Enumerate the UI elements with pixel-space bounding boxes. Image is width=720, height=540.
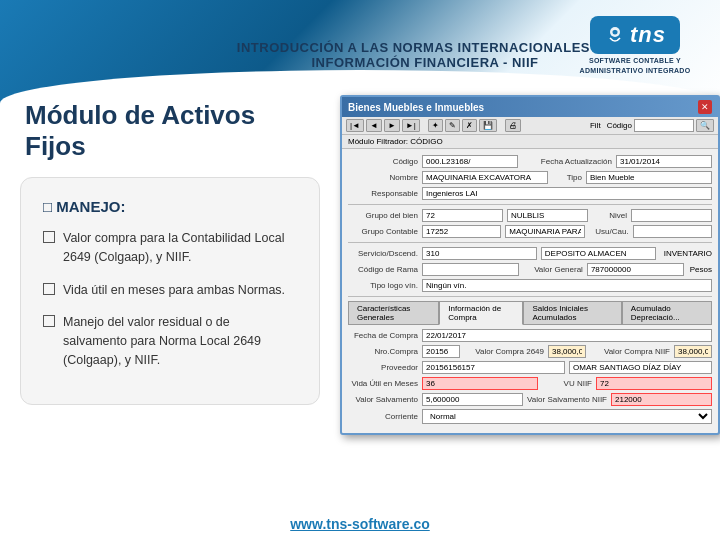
nivel-input[interactable] bbox=[631, 209, 712, 222]
fecha-compra-input[interactable] bbox=[422, 329, 712, 342]
deposito-input[interactable] bbox=[541, 247, 656, 260]
usu-cau-label: Usu/Cau. bbox=[589, 227, 629, 236]
toolbar-search-btn[interactable]: 🔍 bbox=[696, 119, 714, 132]
responsable-row: Responsable bbox=[348, 187, 712, 200]
salvamento-niif-input[interactable] bbox=[611, 393, 712, 406]
tns-subtitle-2: ADMINISTRATIVO INTEGRADO bbox=[580, 67, 691, 74]
grupo-contable-input[interactable] bbox=[422, 225, 501, 238]
checkbox-icon-3 bbox=[43, 315, 55, 327]
vida-util-input[interactable] bbox=[422, 377, 538, 390]
checkbox-icon-1 bbox=[43, 231, 55, 243]
dialog-toolbar: |◄ ◄ ► ►| ✦ ✎ ✗ 💾 🖨 Filt Código 🔍 bbox=[342, 117, 718, 135]
vida-util-niif-label: VU NIIF bbox=[542, 379, 592, 388]
svg-point-1 bbox=[613, 30, 618, 35]
orden-input[interactable] bbox=[422, 263, 519, 276]
servicio-input[interactable] bbox=[422, 247, 537, 260]
dialog-subbar: Módulo Filtrador: CÓDIGO bbox=[342, 135, 718, 149]
tipo-label: Tipo bbox=[552, 173, 582, 182]
toolbar-edit-btn[interactable]: ✎ bbox=[445, 119, 460, 132]
grupo-contable-name-input[interactable] bbox=[505, 225, 584, 238]
vida-util-label: Vida Útil en Meses bbox=[348, 379, 418, 388]
footer-link[interactable]: www.tns-software.co bbox=[0, 516, 720, 532]
grupo-contable-row: Grupo Contable Usu/Cau. bbox=[348, 225, 712, 238]
checkbox-icon-2 bbox=[43, 283, 55, 295]
valor-compra-2649-label: Valor Compra 2649 bbox=[464, 347, 544, 356]
tns-logo-icon-svg bbox=[604, 24, 626, 46]
list-item-3: Manejo del valor residual o de salvament… bbox=[43, 313, 297, 369]
toolbar-prev-btn[interactable]: ◄ bbox=[366, 119, 382, 132]
grupo-name-input[interactable] bbox=[507, 209, 588, 222]
nombre-label: Nombre bbox=[348, 173, 418, 182]
orden-label: Código de Rama bbox=[348, 265, 418, 274]
corriente-row: Corriente Normal bbox=[348, 409, 712, 424]
vida-util-niif-input[interactable] bbox=[596, 377, 712, 390]
grupo-label: Grupo del bien bbox=[348, 211, 418, 220]
grupo-contable-label: Grupo Contable bbox=[348, 227, 418, 236]
proveedor-row: Proveedor bbox=[348, 361, 712, 374]
tab-saldos[interactable]: Saldos Iniciales Acumulados bbox=[523, 301, 621, 324]
codigo-label: Código bbox=[348, 157, 418, 166]
tab-caracteristicas[interactable]: Características Generales bbox=[348, 301, 439, 324]
codigo-label-toolbar: Código bbox=[607, 121, 632, 130]
tns-logo: tns SOFTWARE CONTABLE Y ADMINISTRATIVO I… bbox=[570, 10, 700, 80]
valor-general-input[interactable] bbox=[587, 263, 684, 276]
toolbar-next-btn[interactable]: ► bbox=[384, 119, 400, 132]
corriente-label: Corriente bbox=[348, 412, 418, 421]
fecha-label: Fecha Actualización bbox=[522, 157, 612, 166]
grupo-input[interactable] bbox=[422, 209, 503, 222]
filter-label: Filt bbox=[590, 121, 601, 130]
salvamento-input[interactable] bbox=[422, 393, 523, 406]
list-item-2: Vida útil en meses para ambas Normas. bbox=[43, 281, 297, 300]
dialog-body: Código Fecha Actualización Nombre Tipo R… bbox=[342, 149, 718, 433]
valor-compra-2649-input[interactable] bbox=[548, 345, 586, 358]
nro-compra-input[interactable] bbox=[422, 345, 460, 358]
fecha-input[interactable] bbox=[616, 155, 712, 168]
salvamento-row: Valor Salvamento Valor Salvamento NIIF bbox=[348, 393, 712, 406]
nro-compra-label: Nro.Compra bbox=[348, 347, 418, 356]
header: INTRODUCCIÓN A LAS NORMAS INTERNACIONALE… bbox=[0, 0, 720, 110]
inventario-label: INVENTARIO bbox=[664, 249, 712, 258]
fecha-compra-label: Fecha de Compra bbox=[348, 331, 418, 340]
nombre-input[interactable] bbox=[422, 171, 548, 184]
proveedor-name-input[interactable] bbox=[569, 361, 712, 374]
nivel-label: Nivel bbox=[592, 211, 627, 220]
manejo-title: □ MANEJO: bbox=[43, 198, 297, 215]
tipo-logo-row: Tipo logo vín. bbox=[348, 279, 712, 292]
nro-compra-row: Nro.Compra Valor Compra 2649 Valor Compr… bbox=[348, 345, 712, 358]
tab-acumulado[interactable]: Acumulado Depreciació... bbox=[622, 301, 712, 324]
toolbar-save-btn[interactable]: 💾 bbox=[479, 119, 497, 132]
fecha-compra-row: Fecha de Compra bbox=[348, 329, 712, 342]
tipo-logo-input[interactable] bbox=[422, 279, 712, 292]
valor-compra-niif-input[interactable] bbox=[674, 345, 712, 358]
toolbar-last-btn[interactable]: ►| bbox=[402, 119, 420, 132]
tabs-row: Características Generales Información de… bbox=[348, 301, 712, 325]
grupo-row: Grupo del bien Nivel bbox=[348, 209, 712, 222]
main-content: Módulo de Activos Fijos □ MANEJO: Valor … bbox=[0, 100, 720, 500]
content-box: □ MANEJO: Valor compra para la Contabili… bbox=[20, 177, 320, 405]
responsable-input[interactable] bbox=[422, 187, 712, 200]
list-item-1: Valor compra para la Contabilidad Local … bbox=[43, 229, 297, 267]
toolbar-print-btn[interactable]: 🖨 bbox=[505, 119, 521, 132]
toolbar-search-input[interactable] bbox=[634, 119, 694, 132]
nombre-row: Nombre Tipo bbox=[348, 171, 712, 184]
toolbar-first-btn[interactable]: |◄ bbox=[346, 119, 364, 132]
tns-subtitle-1: SOFTWARE CONTABLE Y bbox=[589, 57, 681, 64]
left-panel: Módulo de Activos Fijos □ MANEJO: Valor … bbox=[20, 100, 320, 405]
usu-cau-input[interactable] bbox=[633, 225, 712, 238]
tab-compra[interactable]: Información de Compra bbox=[439, 301, 523, 325]
valor-compra-niif-label: Valor Compra NIIF bbox=[590, 347, 670, 356]
valor-general-label: Valor General bbox=[523, 265, 583, 274]
toolbar-delete-btn[interactable]: ✗ bbox=[462, 119, 477, 132]
salvamento-niif-label: Valor Salvamento NIIF bbox=[527, 395, 607, 404]
toolbar-add-btn[interactable]: ✦ bbox=[428, 119, 443, 132]
codigo-row: Código Fecha Actualización bbox=[348, 155, 712, 168]
orden-row: Código de Rama Valor General Pesos bbox=[348, 263, 712, 276]
codigo-input[interactable] bbox=[422, 155, 518, 168]
module-filtrador-label: Módulo Filtrador: CÓDIGO bbox=[348, 137, 443, 146]
tipo-input[interactable] bbox=[586, 171, 712, 184]
corriente-select[interactable]: Normal bbox=[422, 409, 712, 424]
salvamento-label: Valor Salvamento bbox=[348, 395, 418, 404]
proveedor-input[interactable] bbox=[422, 361, 565, 374]
responsable-label: Responsable bbox=[348, 189, 418, 198]
vida-util-row: Vida Útil en Meses VU NIIF bbox=[348, 377, 712, 390]
